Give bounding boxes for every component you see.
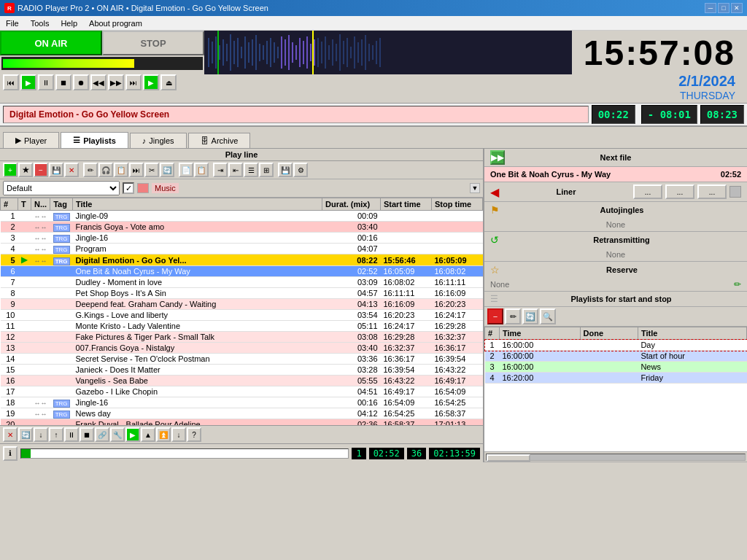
pss-table-row[interactable]: 3 16:00:00 News (485, 362, 747, 373)
menu-file[interactable]: File (0, 18, 25, 29)
transport-ff-button[interactable]: ▶▶ (108, 74, 124, 90)
titlebar-controls[interactable]: ─ □ ✕ (705, 3, 743, 13)
transport-load-button[interactable]: ▶ (143, 74, 159, 90)
table-row[interactable]: 6 One Bit & Noah Cyrus - My Way 02:52 16… (1, 266, 483, 277)
maximize-button[interactable]: □ (718, 3, 729, 13)
pss-edit-button[interactable]: ✏ (505, 308, 521, 324)
transport-play-button[interactable]: ▶ (20, 74, 36, 90)
list-button[interactable]: ☰ (244, 163, 258, 177)
table-row[interactable]: 14 Secret Servise - Ten O'clock Postman … (1, 354, 483, 365)
add-star-button[interactable]: ★ (18, 163, 33, 177)
table-row[interactable]: 20 Frank Duval - Ballade Pour Adeline 02… (1, 419, 483, 426)
transport-pause-button[interactable]: ⏸ (38, 74, 54, 90)
stop-button[interactable]: STOP (102, 31, 204, 55)
doc-button[interactable]: 📄 (179, 163, 193, 177)
close-button[interactable]: ✕ (731, 3, 743, 13)
table-row[interactable]: 12 Fake Pictures & Tiger Park - Small Ta… (1, 332, 483, 343)
table-row[interactable]: 7 Dudley - Moment in love 03:09 16:08:02… (1, 277, 483, 288)
add-item-button[interactable]: + (3, 163, 18, 177)
pss-scrollbar-track[interactable] (486, 454, 746, 461)
bottom-link-button[interactable]: 🔗 (95, 427, 109, 442)
grid-button[interactable]: ⊞ (259, 163, 274, 177)
pss-table-container[interactable]: # Time Done Title 1 16:00:00 Day 2 16:00… (484, 327, 747, 451)
pss-table-row[interactable]: 1 16:00:00 Day (485, 340, 747, 351)
pss-search-button[interactable]: 🔍 (540, 308, 556, 324)
delete-button[interactable]: ✕ (64, 163, 79, 177)
table-row[interactable]: 11 Monte Kristo - Lady Valentine 05:11 1… (1, 321, 483, 332)
refresh-button[interactable]: 🔄 (160, 163, 174, 177)
menu-help[interactable]: Help (55, 18, 83, 29)
scissors-button[interactable]: ✂ (144, 163, 159, 177)
category-select[interactable]: Default (3, 181, 120, 195)
bottom-bottom-button[interactable]: ↓ (171, 427, 186, 442)
doc2-button[interactable]: 📋 (194, 163, 209, 177)
pss-scrollbar-thumb[interactable] (487, 454, 530, 462)
table-row[interactable]: 13 007.Francis Goya - Nistalgy 03:40 16:… (1, 343, 483, 354)
pss-table-row[interactable]: 2 16:00:00 Start of hour (485, 351, 747, 362)
bottom-up-button[interactable]: ↑ (49, 427, 63, 442)
bottom-refresh-button[interactable]: 🔄 (18, 427, 33, 442)
bottom-top-button[interactable]: ⏫ (156, 427, 171, 442)
bottom-pause-button[interactable]: ⏸ (64, 427, 79, 442)
filter-checkbox[interactable]: ✓ (123, 182, 134, 194)
save2-button[interactable]: 💾 (278, 163, 293, 177)
liner-btn2[interactable]: ... (665, 184, 694, 199)
pss-table-row[interactable]: 4 16:20:00 Friday (485, 373, 747, 384)
expand-button[interactable]: ▼ (470, 183, 480, 193)
bottom-delete-button[interactable]: ✕ (3, 427, 18, 442)
table-row[interactable]: 15 Janieck - Does It Matter 03:28 16:39:… (1, 365, 483, 376)
n-indicator: ↔↔ (34, 213, 47, 220)
bottom-down-button[interactable]: ↓ (34, 427, 48, 442)
menu-about[interactable]: About program (83, 18, 148, 29)
headphones-button[interactable]: 🎧 (98, 163, 113, 177)
table-row[interactable]: 5 ▶ ↔↔ TRG Digital Emotion - Go Go Yel..… (1, 254, 483, 266)
pss-remove-button[interactable]: − (487, 308, 503, 324)
bottom-settings-button[interactable]: 🔧 (110, 427, 125, 442)
bottom-play2-button[interactable]: ▲ (141, 427, 155, 442)
table-row[interactable]: 3 ↔↔ TRG Jingle-16 00:16 (1, 233, 483, 244)
tab-player[interactable]: ▶ Player (3, 132, 59, 148)
cell-start: 16:08:02 (381, 277, 432, 288)
next-file-button[interactable]: ▶▶ (490, 150, 505, 165)
liner-btn1[interactable]: ... (633, 184, 662, 199)
table-row[interactable]: 8 Pet Shop Boys - It's A Sin 04:57 16:11… (1, 288, 483, 299)
cell-tag (50, 332, 73, 343)
indent-left-button[interactable]: ⇤ (228, 163, 243, 177)
bottom-help-button[interactable]: ? (187, 427, 201, 442)
onair-button[interactable]: ON AIR (0, 31, 102, 55)
transport-next-button[interactable]: ⏭ (125, 74, 142, 90)
indent-right-button[interactable]: ⇥ (213, 163, 228, 177)
table-row[interactable]: 1 ↔↔ TRG Jingle-09 00:09 (1, 211, 483, 222)
edit-button[interactable]: ✏ (83, 163, 98, 177)
bottom-play-button[interactable]: ▶ (125, 427, 140, 442)
skip-button[interactable]: ⏭ (129, 163, 144, 177)
table-row[interactable]: 17 Gazebo - I Like Chopin 04:51 16:49:17… (1, 386, 483, 397)
liner-btn3[interactable]: ... (697, 184, 727, 199)
tab-archive[interactable]: 🗄 Archive (188, 133, 251, 148)
transport-stop-button[interactable]: ⏹ (55, 74, 71, 90)
transport-record-button[interactable]: ⏺ (73, 74, 89, 90)
table-row[interactable]: 18 ↔↔ TRG Jingle-16 00:16 16:54:09 16:54… (1, 397, 483, 408)
table-row[interactable]: 2 ↔↔ TRG Francis Goya - Vote amo 03:40 (1, 222, 483, 233)
save-button[interactable]: 💾 (49, 163, 63, 177)
table-row[interactable]: 16 Vangelis - Sea Babe 05:55 16:43:22 16… (1, 376, 483, 386)
table-row[interactable]: 4 ↔↔ TRG Program 04:07 (1, 244, 483, 254)
clipboard-button[interactable]: 📋 (114, 163, 128, 177)
pss-scrollbar[interactable] (484, 451, 747, 462)
table-row[interactable]: 9 Deepend feat. Graham Candy - Waiting 0… (1, 299, 483, 310)
cell-num: 6 (1, 266, 18, 277)
transport-prev-button[interactable]: ⏮ (3, 74, 19, 90)
transport-eject-button[interactable]: ⏏ (160, 74, 177, 90)
tab-playlists[interactable]: ☰ Playlists (61, 132, 128, 148)
table-row[interactable]: 19 ↔↔ TRG News day 04:12 16:54:25 16:58:… (1, 408, 483, 419)
pss-refresh-button[interactable]: 🔄 (522, 308, 538, 324)
settings-button[interactable]: ⚙ (293, 163, 308, 177)
tab-jingles[interactable]: ♪ Jingles (130, 133, 187, 148)
table-row[interactable]: 10 G.Kings - Love and liberty 03:54 16:2… (1, 310, 483, 321)
remove-button[interactable]: − (34, 163, 48, 177)
menu-tools[interactable]: Tools (25, 18, 55, 29)
playlist-table-container[interactable]: # T N... Tag Title Durat. (mix) Start ti… (0, 198, 483, 425)
transport-rewind-button[interactable]: ◀◀ (90, 74, 107, 90)
minimize-button[interactable]: ─ (705, 3, 716, 13)
bottom-stop-button[interactable]: ⏹ (80, 427, 94, 442)
